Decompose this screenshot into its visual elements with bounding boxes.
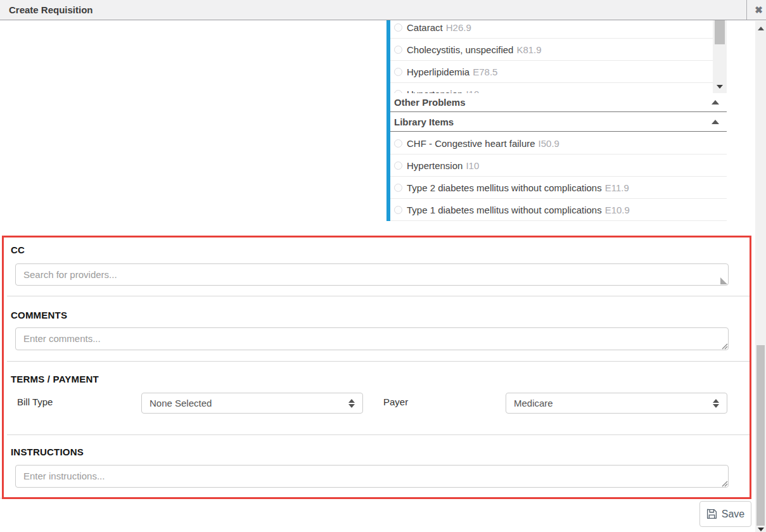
- section-divider: [7, 361, 750, 362]
- radio-icon[interactable]: [394, 46, 402, 54]
- problem-code: I50.9: [539, 138, 559, 149]
- cc-label: CC: [11, 244, 25, 255]
- problem-code: H26.9: [446, 22, 471, 33]
- section-other-problems[interactable]: Other Problems: [390, 93, 727, 112]
- collapse-up-icon[interactable]: [712, 100, 719, 104]
- scroll-up-icon[interactable]: [758, 27, 764, 30]
- page-scrollbar[interactable]: [755, 21, 766, 532]
- requisition-form-highlight: CC COMMENTS TERMS / PAYMENT Bill Type No…: [2, 236, 751, 499]
- terms-payment-label: TERMS / PAYMENT: [11, 374, 99, 384]
- section-divider: [7, 434, 750, 435]
- diagnosis-panel: Cataract H26.9 Cholecystitis, unspecifie…: [386, 20, 727, 221]
- section-divider: [7, 296, 750, 296]
- select-arrows-icon: [713, 399, 719, 408]
- problem-name: Hypertension: [407, 160, 463, 171]
- bill-type-select[interactable]: None Selected: [141, 393, 363, 414]
- problem-name: Cholecystitis, unspecified: [407, 44, 513, 55]
- comments-textarea[interactable]: [15, 327, 729, 350]
- page-title: Create Requisition: [9, 0, 93, 20]
- radio-icon[interactable]: [394, 162, 402, 170]
- instructions-textarea[interactable]: [15, 465, 729, 488]
- select-arrows-icon: [348, 399, 355, 408]
- header-divider: [746, 0, 747, 20]
- list-scrollbar-thumb[interactable]: [715, 20, 725, 44]
- cc-field-wrap: [15, 263, 729, 286]
- radio-icon[interactable]: [394, 139, 402, 148]
- list-item[interactable]: Cholecystitis, unspecified K81.9: [390, 39, 713, 61]
- radio-icon[interactable]: [394, 68, 402, 76]
- problem-name: CHF - Congestive heart failure: [407, 138, 535, 149]
- bill-type-label: Bill Type: [17, 396, 53, 407]
- bill-type-value: None Selected: [150, 398, 212, 408]
- scroll-down-icon[interactable]: [717, 85, 723, 89]
- problem-code: E78.5: [473, 66, 497, 77]
- payer-select[interactable]: Medicare: [506, 393, 727, 414]
- save-button[interactable]: Save: [699, 501, 751, 527]
- list-item[interactable]: Hypertension I10: [390, 155, 727, 177]
- comments-field-wrap: [15, 327, 729, 350]
- problem-code: E10.9: [605, 205, 630, 215]
- section-label: Other Problems: [394, 97, 466, 108]
- problem-name: Hyperlipidemia: [407, 66, 469, 77]
- page-scrollbar-thumb[interactable]: [756, 345, 765, 526]
- collapse-up-icon[interactable]: [712, 120, 719, 124]
- list-item[interactable]: CHF - Congestive heart failure I50.9: [390, 132, 727, 155]
- section-label: Library Items: [394, 117, 454, 127]
- instructions-label: INSTRUCTIONS: [11, 446, 84, 457]
- radio-icon[interactable]: [394, 23, 402, 32]
- list-item[interactable]: Type 1 diabetes mellitus without complic…: [390, 199, 727, 221]
- radio-icon[interactable]: [394, 184, 402, 192]
- save-label: Save: [722, 509, 744, 520]
- close-icon[interactable]: ✖: [751, 0, 766, 20]
- payer-label: Payer: [383, 396, 408, 407]
- list-scrollbar[interactable]: [713, 20, 727, 93]
- list-item[interactable]: Hypertension I10: [390, 83, 713, 93]
- save-floppy-icon: [706, 509, 717, 519]
- problem-name: Type 2 diabetes mellitus without complic…: [407, 182, 602, 193]
- problems-list: Cataract H26.9 Cholecystitis, unspecifie…: [390, 20, 713, 93]
- section-library-items[interactable]: Library Items: [390, 113, 727, 132]
- list-item[interactable]: Cataract H26.9: [390, 20, 713, 39]
- problem-code: K81.9: [516, 44, 541, 55]
- problem-name: Cataract: [407, 22, 443, 33]
- comments-label: COMMENTS: [11, 310, 67, 320]
- problem-code: I10: [466, 160, 479, 171]
- problem-code: I10: [466, 89, 479, 94]
- radio-icon[interactable]: [394, 206, 402, 214]
- problem-name: Hypertension: [407, 89, 463, 94]
- problem-name: Type 1 diabetes mellitus without complic…: [407, 205, 602, 215]
- library-items-list: CHF - Congestive heart failure I50.9 Hyp…: [390, 132, 727, 221]
- scroll-down-icon[interactable]: [758, 528, 764, 531]
- cc-search-input[interactable]: [15, 263, 729, 286]
- list-item[interactable]: Type 2 diabetes mellitus without complic…: [390, 177, 727, 199]
- instructions-field-wrap: [15, 465, 729, 488]
- modal-header: Create Requisition ✖: [0, 0, 766, 20]
- payer-value: Medicare: [514, 398, 553, 408]
- problem-code: E11.9: [605, 182, 629, 193]
- list-item[interactable]: Hyperlipidemia E78.5: [390, 61, 713, 83]
